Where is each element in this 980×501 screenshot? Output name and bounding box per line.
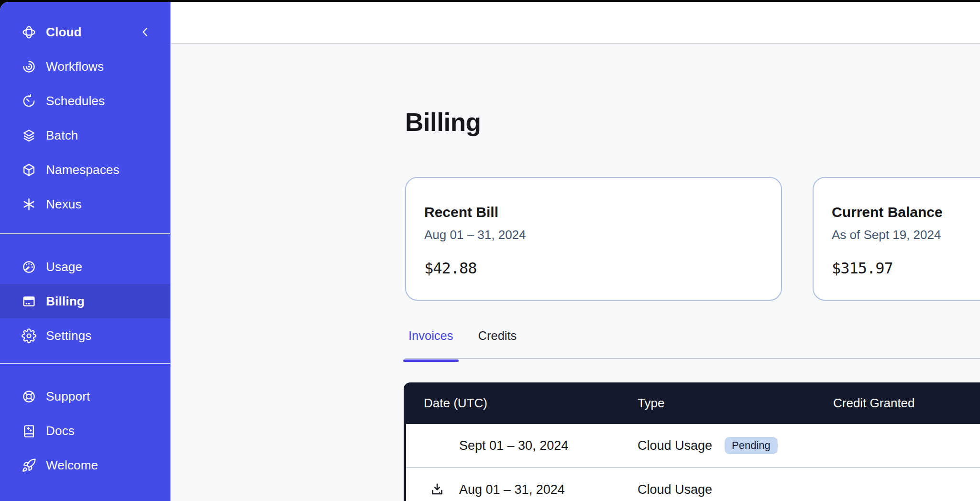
date-cell: Aug 01 – 31, 2024 [406,482,638,497]
column-header-type: Type [638,396,833,411]
card-title: Recent Bill [424,204,762,221]
sidebar-item-label: Nexus [46,197,82,212]
sidebar-item-label: Namespaces [46,163,120,177]
main-area: Billing Recent Bill Aug 01 – 31, 2024 $4… [171,2,980,501]
docs-book-icon [22,424,36,438]
sidebar-item-settings[interactable]: Settings [0,318,170,353]
brand-row: Cloud [0,15,170,49]
invoice-type: Cloud Usage [638,482,712,497]
sidebar-item-welcome[interactable]: Welcome [0,448,170,482]
card-amount: $315.97 [832,259,980,277]
schedules-icon [22,94,36,109]
table-row: Aug 01 – 31, 2024 Cloud Usage [406,467,980,501]
sidebar-item-batch[interactable]: Batch [0,118,170,152]
welcome-rocket-icon [22,458,36,473]
card-amount: $42.88 [424,259,762,277]
download-icon [429,482,445,497]
batch-layers-icon [22,128,36,143]
sidebar-item-label: Schedules [46,94,105,109]
temporal-logo-icon [22,25,36,40]
table-body: Sept 01 – 30, 2024 Cloud Usage Pending [404,424,980,501]
billing-card-icon [22,294,36,309]
invoice-date: Sept 01 – 30, 2024 [459,438,568,453]
tabs-bar: Invoices Credits [403,322,980,362]
namespaces-cube-icon [22,163,36,177]
summary-cards: Recent Bill Aug 01 – 31, 2024 $42.88 Cur… [405,177,980,301]
workflows-icon [22,59,36,74]
usage-gauge-icon [22,260,36,274]
invoice-date: Aug 01 – 31, 2024 [459,482,565,497]
download-invoice-button[interactable] [429,482,445,497]
type-cell: Cloud Usage [638,482,833,497]
sidebar-item-label: Settings [46,328,92,343]
tab-credits[interactable]: Credits [473,322,522,362]
sidebar-item-namespaces[interactable]: Namespaces [0,152,170,187]
card-subtitle: Aug 01 – 31, 2024 [424,228,762,242]
sidebar-item-label: Workflows [46,59,104,74]
sidebar-item-billing[interactable]: Billing [0,284,170,318]
sidebar-item-nexus[interactable]: Nexus [0,187,170,221]
current-balance-card: Current Balance As of Sept 19, 2024 $315… [813,177,980,301]
card-subtitle: As of Sept 19, 2024 [832,228,980,242]
topbar [171,2,980,44]
billing-page: Billing Recent Bill Aug 01 – 31, 2024 $4… [171,44,980,501]
sidebar-divider [0,363,170,364]
sidebar-item-label: Billing [46,294,85,309]
brand-label: Cloud [46,25,140,40]
sidebar-item-support[interactable]: Support [0,379,170,414]
sidebar-item-label: Usage [46,260,82,274]
column-header-credit-granted: Credit Granted [833,396,980,411]
sidebar-collapse-button[interactable] [140,25,151,39]
sidebar-item-usage[interactable]: Usage [0,250,170,284]
invoice-type: Cloud Usage [638,438,712,453]
app-window: Cloud Workflows [0,2,980,501]
page-title: Billing [405,108,481,137]
column-header-date: Date (UTC) [404,396,638,411]
settings-gear-icon [22,328,36,343]
status-badge: Pending [725,437,778,454]
sidebar-item-schedules[interactable]: Schedules [0,84,170,118]
sidebar-item-workflows[interactable]: Workflows [0,49,170,84]
type-cell: Cloud Usage Pending [638,437,833,454]
invoices-table: Date (UTC) Type Credit Granted Sept 01 –… [404,382,980,501]
table-header-row: Date (UTC) Type Credit Granted [404,382,980,424]
support-lifebuoy-icon [22,389,36,404]
sidebar: Cloud Workflows [0,2,171,501]
date-cell: Sept 01 – 30, 2024 [406,438,638,453]
sidebar-item-label: Batch [46,128,78,143]
tab-invoices[interactable]: Invoices [403,322,459,362]
nexus-asterisk-icon [22,197,36,212]
chevron-left-icon [140,25,151,39]
recent-bill-card: Recent Bill Aug 01 – 31, 2024 $42.88 [405,177,782,301]
sidebar-item-docs[interactable]: Docs [0,414,170,448]
sidebar-item-label: Support [46,389,90,404]
sidebar-divider [0,233,170,234]
sidebar-item-label: Docs [46,424,75,438]
table-row: Sept 01 – 30, 2024 Cloud Usage Pending [406,424,980,467]
sidebar-item-label: Welcome [46,458,98,473]
card-title: Current Balance [832,204,980,221]
